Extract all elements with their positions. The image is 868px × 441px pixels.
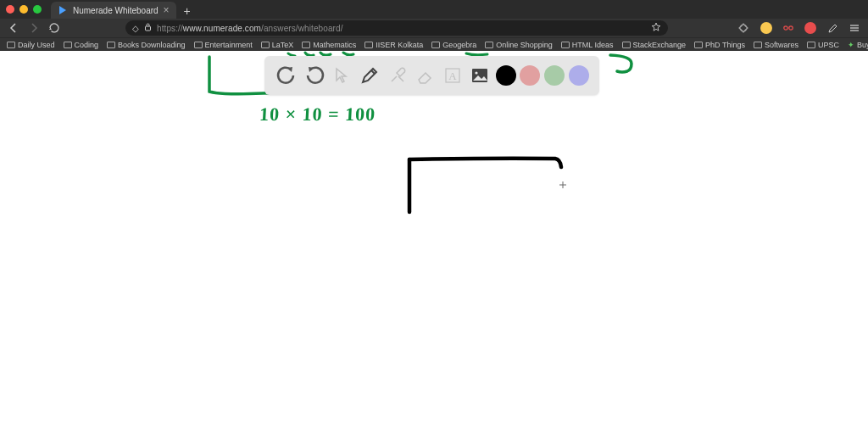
tab-strip: Numerade Whiteboard × + [0,0,868,19]
edit-pencil-icon[interactable] [826,21,839,35]
maximize-window-button[interactable] [33,5,42,14]
folder-icon [622,42,631,48]
site-info-icon[interactable]: ◇ [132,24,139,33]
svg-point-4 [789,26,793,30]
extension-icon-2[interactable] [782,21,795,35]
svg-point-16 [476,71,478,74]
color-purple[interactable] [569,65,589,86]
text-tool[interactable]: A [441,64,465,87]
pen-tool[interactable] [358,64,381,87]
folder-icon [561,42,570,48]
lock-icon[interactable] [144,23,152,33]
folder-icon [485,42,493,48]
bookmark-folder[interactable]: Geogebra [431,41,476,49]
folder-icon [107,42,115,48]
extension-icon-3[interactable] [804,21,817,35]
new-tab-button[interactable]: + [180,3,195,19]
minimize-window-button[interactable] [19,5,28,14]
url-text: https://www.numerade.com/answers/whitebo… [157,24,343,33]
folder-icon [431,42,440,48]
bookmark-folder[interactable]: Daily Used [7,41,55,49]
folder-icon [302,42,310,48]
reload-button[interactable] [47,21,61,35]
tab-title: Numerade Whiteboard [73,6,159,15]
undo-button[interactable] [275,64,298,87]
folder-icon [694,42,703,48]
svg-marker-11 [309,67,314,72]
address-bar[interactable]: ◇ https://www.numerade.com/answers/white… [125,20,668,36]
bookmark-folder[interactable]: Online Shopping [485,41,553,49]
bookmark-folder[interactable]: Mathematics [302,41,356,49]
redo-button[interactable] [303,64,326,87]
extension-icons [737,21,861,35]
close-window-button[interactable] [6,5,14,14]
bookmark-folder[interactable]: PhD Things [694,41,745,49]
svg-marker-10 [287,67,292,72]
bookmarks-bar: Daily Used Coding Books Downloading Ente… [0,37,868,51]
bookmark-folder[interactable]: IISER Kolkata [364,41,423,49]
image-tool[interactable] [468,64,492,87]
folder-icon [807,42,815,48]
bookmark-folder[interactable]: StackExchange [622,41,687,49]
folder-icon [364,42,373,48]
whiteboard-toolbar: A [264,56,599,95]
bookmark-folder[interactable]: HTML Ideas [561,41,614,49]
drawing-layer [0,51,868,441]
color-pink[interactable] [520,65,540,86]
browser-tab[interactable]: Numerade Whiteboard × [51,2,176,19]
svg-text:A: A [448,70,457,82]
forward-button[interactable] [27,21,41,35]
eraser-tool[interactable] [413,64,437,87]
folder-icon [754,42,762,48]
color-black[interactable] [496,65,516,86]
pointer-tool[interactable] [330,64,353,87]
bookmark-folder[interactable]: Softwares [754,41,798,49]
color-green[interactable] [544,65,565,86]
svg-marker-0 [59,6,66,14]
folder-icon [64,42,72,48]
url-toolbar: ◇ https://www.numerade.com/answers/white… [0,19,868,37]
folder-icon [261,42,270,48]
bookmark-folder[interactable]: Coding [64,41,99,49]
window-controls [0,0,51,19]
browser-menu-icon[interactable] [848,21,861,35]
folder-icon [194,42,203,48]
back-button[interactable] [7,21,20,35]
close-tab-icon[interactable]: × [164,4,170,16]
bookmark-link[interactable]: ✦Buy New & Used Bo… [848,41,868,49]
tools-icon[interactable] [386,64,409,87]
svg-point-3 [784,26,787,30]
bookmark-folder[interactable]: LaTeX [261,41,294,49]
folder-icon [7,42,15,48]
bookmark-folder[interactable]: Books Downloading [107,41,186,49]
star-bookmark-icon[interactable] [651,22,661,34]
bookmark-folder[interactable]: Entertainment [194,41,253,49]
tab-favicon [58,5,68,15]
svg-rect-2 [146,26,151,31]
extension-icon-1[interactable] [760,21,773,35]
extension-puzzle-icon[interactable] [737,21,751,35]
bookmark-folder[interactable]: UPSC [807,41,839,49]
